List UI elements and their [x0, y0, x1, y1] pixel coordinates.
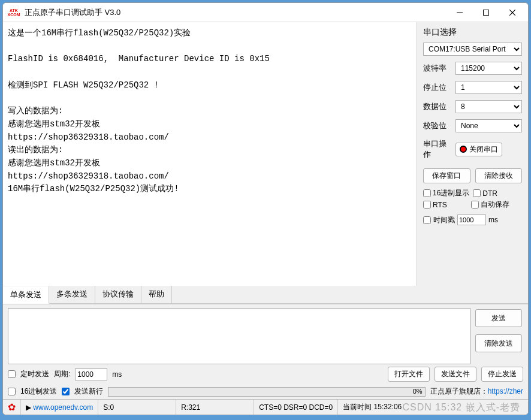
- record-icon: [460, 146, 467, 153]
- parity-select[interactable]: None: [455, 119, 522, 132]
- receive-console[interactable]: 这是一个16M串行flash(W25Q32/P25Q32)实验 FlashID …: [3, 22, 417, 286]
- timestamp-checkbox[interactable]: [423, 216, 431, 224]
- svg-rect-1: [484, 10, 489, 15]
- minimize-button[interactable]: [446, 4, 473, 22]
- send-tabs: 单条发送 多条发送 协议传输 帮助: [3, 286, 528, 304]
- statusbar: ✿ ▶ www.openedv.com S:0 R:321 CTS=0 DSR=…: [3, 399, 528, 415]
- main-area: 这是一个16M串行flash(W25Q32/P25Q32)实验 FlashID …: [3, 22, 528, 286]
- app-window: ATK XCOM 正点原子串口调试助手 V3.0 这是一个16M串行flash(…: [2, 2, 529, 415]
- serial-select-title: 串口选择: [423, 27, 522, 38]
- period-input[interactable]: [75, 368, 107, 380]
- stopbits-label: 停止位: [423, 82, 452, 93]
- port-op-label: 串口操作: [423, 138, 452, 160]
- parity-label: 校验位: [423, 120, 452, 131]
- tab-multi-send[interactable]: 多条发送: [49, 286, 95, 303]
- window-title: 正点原子串口调试助手 V3.0: [25, 7, 446, 18]
- send-zone: 发送 清除发送 定时发送 周期: ms 打开文件 发送文件 停止发送 16进制发…: [3, 304, 528, 399]
- close-button[interactable]: [499, 4, 526, 22]
- stopbits-select[interactable]: 1: [455, 81, 522, 94]
- store-label: 正点原子旗舰店：https://zher: [430, 386, 523, 397]
- databits-select[interactable]: 8: [455, 100, 522, 113]
- clear-receive-button[interactable]: 清除接收: [475, 168, 523, 183]
- hex-display-checkbox[interactable]: [423, 189, 431, 197]
- status-time: 当前时间 15:32:06: [338, 400, 528, 415]
- titlebar: ATK XCOM 正点原子串口调试助手 V3.0: [3, 3, 528, 22]
- tab-single-send[interactable]: 单条发送: [3, 286, 49, 304]
- window-controls: [446, 4, 526, 22]
- status-sent: S:0: [98, 400, 176, 415]
- clear-send-button[interactable]: 清除发送: [475, 334, 522, 352]
- send-button[interactable]: 发送: [475, 309, 522, 327]
- tab-help[interactable]: 帮助: [141, 286, 172, 303]
- port-select[interactable]: COM17:USB Serial Port: [423, 43, 522, 56]
- serial-settings-panel: 串口选择 COM17:USB Serial Port 波特率 115200 停止…: [417, 22, 528, 286]
- hex-send-checkbox[interactable]: [8, 388, 16, 395]
- stop-send-button[interactable]: 停止发送: [481, 367, 523, 382]
- status-lines: CTS=0 DSR=0 DCD=0: [254, 400, 338, 415]
- databits-label: 数据位: [423, 101, 452, 112]
- triangle-icon: ▶: [26, 403, 31, 412]
- timestamp-input[interactable]: [457, 214, 486, 225]
- port-toggle-button[interactable]: 关闭串口: [455, 143, 502, 156]
- tab-protocol[interactable]: 协议传输: [95, 286, 141, 303]
- baud-select[interactable]: 115200: [455, 62, 522, 75]
- send-file-button[interactable]: 发送文件: [435, 367, 476, 382]
- send-newline-checkbox[interactable]: [62, 388, 70, 395]
- rts-checkbox[interactable]: [423, 201, 431, 209]
- maximize-button[interactable]: [473, 4, 499, 22]
- status-received: R:321: [176, 400, 254, 415]
- baud-label: 波特率: [423, 63, 452, 74]
- timed-send-checkbox[interactable]: [8, 370, 16, 378]
- autosave-checkbox[interactable]: [471, 201, 479, 209]
- progress-bar: 0%: [108, 387, 425, 397]
- app-logo-icon: ATK XCOM: [7, 7, 21, 19]
- gear-icon[interactable]: ✿: [8, 401, 16, 413]
- store-link[interactable]: https://zher: [488, 387, 523, 395]
- website-link[interactable]: www.openedv.com: [33, 403, 93, 412]
- open-file-button[interactable]: 打开文件: [388, 367, 430, 382]
- send-input[interactable]: [8, 308, 470, 364]
- save-window-button[interactable]: 保存窗口: [423, 168, 470, 183]
- dtr-checkbox[interactable]: [473, 189, 481, 197]
